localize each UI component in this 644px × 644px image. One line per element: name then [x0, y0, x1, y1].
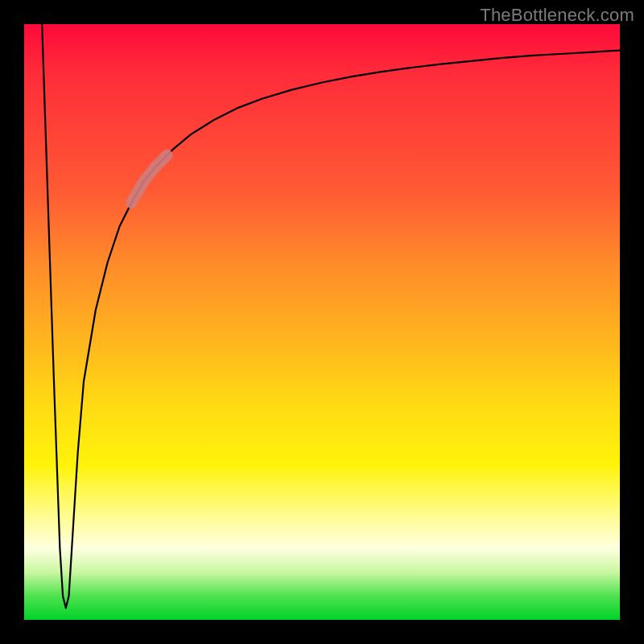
attribution-label: TheBottleneck.com	[480, 5, 634, 26]
curve-layer	[24, 24, 620, 620]
highlight-segment	[131, 155, 167, 203]
chart-frame: TheBottleneck.com	[0, 0, 644, 644]
bottleneck-curve	[42, 24, 620, 608]
plot-area	[24, 24, 620, 620]
